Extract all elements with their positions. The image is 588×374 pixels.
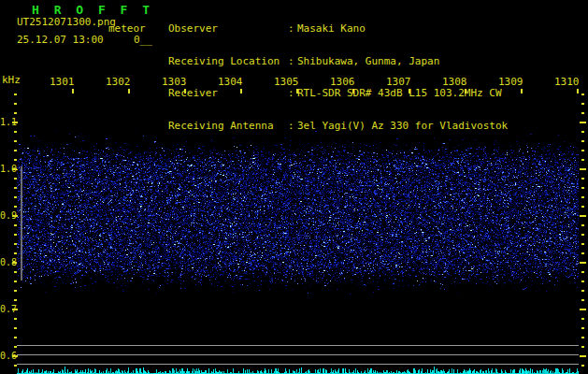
freq-major-tick-right (580, 122, 586, 123)
freq-major-tick-right (580, 309, 586, 310)
time-tick-label: 1307 (386, 76, 411, 88)
freq-minor-tick-right (581, 234, 584, 236)
info-value: Shibukawa, Gunma, Japan (297, 56, 439, 67)
reference-line (17, 354, 579, 355)
time-tick-label: 1301 (50, 76, 75, 88)
info-row-location: Receiving Location:Shibukawa, Gunma, Jap… (168, 56, 508, 67)
spectrogram-left-edge-line (21, 166, 22, 280)
freq-minor-tick-right (581, 159, 584, 161)
y-axis-unit-label: kHz (2, 74, 21, 86)
freq-minor-tick-right (581, 224, 584, 226)
freq-minor-tick-right (581, 243, 584, 245)
info-value: Masaki Kano (297, 23, 366, 35)
freq-minor-tick-right (581, 365, 584, 367)
reference-line (17, 345, 579, 346)
freq-minor-tick-right (581, 280, 584, 282)
time-tick-label: 1303 (162, 76, 187, 88)
freq-minor-tick-right (581, 103, 584, 105)
freq-minor-tick-right (581, 196, 584, 198)
freq-minor-tick-right (581, 94, 584, 95)
freq-major-tick-right (580, 168, 586, 170)
reference-line (17, 364, 579, 365)
freq-minor-tick-right (581, 178, 584, 180)
info-label: Observer (168, 23, 288, 35)
freq-minor-tick-right (581, 337, 584, 338)
time-tick-label: 1308 (442, 76, 467, 88)
time-tick-label: 1304 (218, 76, 243, 88)
freq-major-tick-right (580, 215, 586, 217)
freq-minor-tick-right (581, 112, 584, 114)
freq-minor-tick-right (581, 206, 584, 208)
time-tick-label: 1305 (274, 76, 299, 88)
freq-minor-tick-right (581, 131, 584, 133)
time-tick-label: 1306 (330, 76, 355, 88)
freq-major-tick-right (580, 262, 586, 264)
freq-minor-tick-right (581, 271, 584, 273)
info-label: Receiving Location (168, 56, 288, 67)
info-row-observer: Observer:Masaki Kano (168, 23, 508, 35)
freq-major-tick-right (580, 355, 586, 357)
frame-datetime: 25.12.07 13:00 (17, 34, 104, 46)
freq-minor-tick-right (581, 150, 584, 151)
freq-minor-tick-right (581, 327, 584, 329)
spectrogram-canvas (17, 94, 579, 367)
freq-minor-tick-right (581, 187, 584, 189)
freq-minor-tick-right (581, 299, 584, 301)
freq-minor-tick-right (581, 140, 584, 142)
time-tick-label: 1302 (106, 76, 131, 88)
freq-minor-tick-right (581, 252, 584, 254)
info-separator: : (288, 23, 297, 35)
signal-level-strip (17, 366, 579, 374)
freq-minor-tick-right (581, 290, 584, 292)
time-tick-label: 1309 (498, 76, 523, 88)
echo-counter: 0__ (134, 34, 152, 46)
info-separator: : (288, 56, 297, 67)
output-filename: UT2512071300.png (17, 16, 116, 28)
freq-minor-tick-right (581, 346, 584, 348)
app-title: H R O F F T (32, 3, 153, 17)
hrofft-screen: H R O F F T UT2512071300.png meteor 25.1… (0, 0, 588, 374)
freq-minor-tick-right (581, 318, 584, 320)
time-tick-label: 1310 (554, 76, 580, 88)
